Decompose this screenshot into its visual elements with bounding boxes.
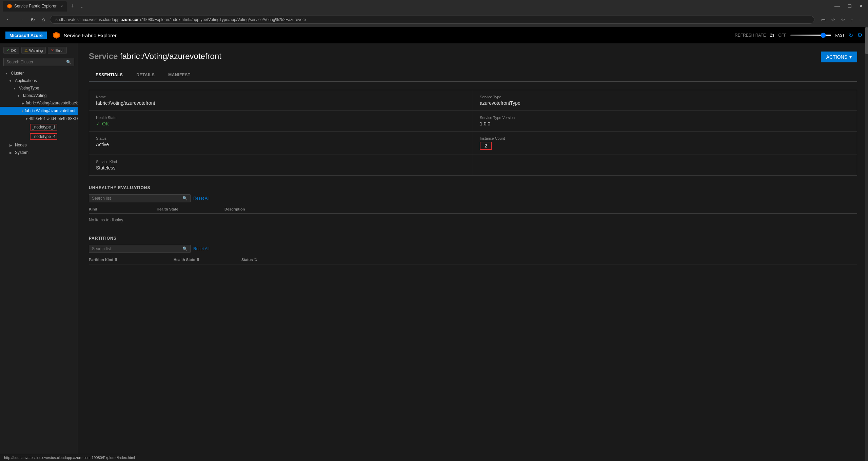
- sidebar-item-nodetype4[interactable]: _nodetype_4: [0, 132, 78, 141]
- filter-error-button[interactable]: ✕ Error: [48, 47, 66, 54]
- unhealthy-evaluations-search: 🔍 Reset All: [89, 194, 857, 202]
- azure-logo[interactable]: Microsoft Azure: [5, 32, 47, 39]
- refresh-rate-value: 2s: [770, 33, 774, 38]
- more-options-button[interactable]: ···: [77, 108, 78, 114]
- browser-tab: Service Fabric Explorer ×: [3, 1, 67, 12]
- name-value: fabric:/Voting/azurevotefront: [96, 100, 466, 106]
- col-partition-kind: Partition Kind ⇅: [89, 258, 174, 262]
- service-kind-value: Stateless: [96, 165, 466, 171]
- reader-view-icon[interactable]: ▭: [820, 16, 827, 24]
- bookmark-icon[interactable]: ☆: [830, 16, 837, 24]
- partition-arrow: ▾: [26, 117, 27, 121]
- health-state-cell: Health State ✓ OK: [89, 111, 473, 132]
- nodes-arrow: ▶: [9, 143, 14, 147]
- back-button[interactable]: ←: [4, 15, 14, 24]
- sidebar-item-applications[interactable]: ▾ Applications: [0, 77, 78, 84]
- unhealthy-search-wrap: 🔍: [89, 194, 191, 202]
- search-icon: 🔍: [66, 60, 71, 64]
- ok-icon: ✓: [6, 48, 9, 53]
- refresh-button[interactable]: ↻: [28, 15, 37, 24]
- address-bar[interactable]: sudhanvatestlinux.westus.cloudapp.azure.…: [50, 16, 815, 24]
- sidebar-item-nodetype1[interactable]: _nodetype_1: [0, 122, 78, 132]
- topbar-right: REFRESH RATE 2s OFF FAST ↻ ⚙: [735, 32, 863, 39]
- health-ok-icon: ✓: [96, 121, 100, 126]
- instance-count-value: 2: [485, 143, 487, 148]
- sidebar-item-votingtype[interactable]: ▾ VotingType: [0, 84, 78, 92]
- health-state-value: ✓ OK: [96, 121, 466, 126]
- filter-warning-button[interactable]: ⚠ Warning: [21, 47, 46, 54]
- refresh-icon[interactable]: ↻: [849, 32, 853, 39]
- service-type-label: Service Type: [480, 95, 850, 99]
- col-partition-extra: [309, 258, 857, 262]
- tab-manifest[interactable]: MANIFEST: [161, 69, 197, 81]
- azureback-arrow: ▶: [22, 101, 24, 105]
- error-icon: ✕: [51, 48, 54, 53]
- partitions-search-wrap: 🔍: [89, 245, 191, 253]
- search-cluster-input[interactable]: [6, 60, 66, 64]
- tab-title: Service Fabric Explorer: [14, 4, 57, 8]
- unhealthy-search-icon: 🔍: [182, 196, 188, 201]
- sidebar-item-fabric-voting[interactable]: ▾ fabric:/Voting: [0, 92, 78, 99]
- settings-icon[interactable]: ⚙: [857, 32, 863, 39]
- unhealthy-reset-all-button[interactable]: Reset All: [193, 196, 209, 201]
- tab-essentials[interactable]: ESSENTIALS: [89, 69, 130, 81]
- azurefront-arrow: ▾: [22, 109, 23, 113]
- sidebar-item-fabric-voting-label: fabric:/Voting: [23, 93, 46, 98]
- tab-details[interactable]: DETAILS: [130, 69, 161, 81]
- refresh-rate-slider[interactable]: [790, 35, 831, 36]
- sidebar-item-votingtype-label: VotingType: [19, 86, 39, 91]
- instance-count-cell: Instance Count 2: [473, 132, 857, 155]
- instance-count-label: Instance Count: [480, 136, 850, 140]
- more-options-icon[interactable]: ···: [857, 16, 864, 24]
- minimize-button[interactable]: —: [832, 3, 843, 9]
- close-tab-icon[interactable]: ×: [61, 4, 63, 8]
- service-type-cell: Service Type azurevotefrontType: [473, 90, 857, 111]
- share-icon[interactable]: ↑: [849, 16, 854, 24]
- sidebar-item-cluster[interactable]: ▾ Cluster: [0, 69, 78, 77]
- browser-nav: ← → ↻ ⌂ sudhanvatestlinux.westus.cloudap…: [0, 12, 868, 27]
- partitions-search: 🔍 Reset All: [89, 245, 857, 253]
- scrollbar-thumb[interactable]: [865, 43, 868, 54]
- filter-ok-button[interactable]: ✓ OK: [3, 47, 19, 54]
- name-cell: Name fabric:/Voting/azurevotefront: [89, 90, 473, 111]
- sidebar-item-system[interactable]: ▶ System: [0, 149, 78, 156]
- maximize-button[interactable]: □: [845, 3, 854, 9]
- sidebar-item-azurefront[interactable]: ▾ fabric:/Voting/azurevotefront ···: [0, 107, 78, 115]
- refresh-rate-label: REFRESH RATE: [735, 33, 766, 38]
- actions-button[interactable]: ACTIONS ▾: [821, 52, 857, 62]
- close-window-button[interactable]: ×: [857, 3, 865, 9]
- scrollbar-track[interactable]: [865, 43, 868, 461]
- favorites-icon[interactable]: ☆: [840, 16, 847, 24]
- unhealthy-evaluations-title: UNHEALTHY EVALUATIONS: [89, 185, 857, 190]
- sidebar-item-system-label: System: [15, 150, 28, 155]
- health-state-label: Health State: [96, 116, 466, 120]
- sidebar-item-partition[interactable]: ▾ 49f9e4e1-a6d4-e54b-888f-05051a31dc55: [0, 115, 78, 122]
- name-label: Name: [96, 95, 466, 99]
- partition-health-sort-icon: ⇅: [196, 258, 199, 262]
- unhealthy-search-input[interactable]: [92, 196, 182, 201]
- unhealthy-evaluations-section: UNHEALTHY EVALUATIONS 🔍 Reset All Kind H…: [89, 185, 857, 226]
- service-type-version-label: Service Type Version: [480, 116, 850, 120]
- status-bar: http://sudhanvatestlinux.westus.cloudapp…: [0, 454, 139, 461]
- status-label: Status: [96, 136, 466, 140]
- cluster-arrow: ▾: [5, 72, 9, 75]
- sidebar-item-azureback[interactable]: ▶ fabric:/Voting/azurevotelback: [0, 99, 78, 107]
- partitions-section: PARTITIONS 🔍 Reset All Partition Kind ⇅ …: [89, 236, 857, 264]
- forward-button[interactable]: →: [16, 15, 26, 24]
- sidebar-item-applications-label: Applications: [15, 78, 37, 83]
- partitions-search-input[interactable]: [92, 246, 182, 251]
- home-button[interactable]: ⌂: [40, 15, 47, 24]
- new-tab-button[interactable]: +: [68, 3, 77, 10]
- tab-list-button[interactable]: ⌄: [79, 4, 85, 9]
- partition-kind-sort-icon: ⇅: [114, 258, 117, 262]
- instance-count-box: 2: [480, 142, 492, 150]
- sidebar-item-azureback-label: fabric:/Voting/azurevotelback: [26, 101, 78, 105]
- sidebar-item-nodes[interactable]: ▶ Nodes: [0, 141, 78, 149]
- partitions-reset-all-button[interactable]: Reset All: [193, 246, 209, 251]
- sidebar-item-nodetype4-label: _nodetype_4: [30, 133, 57, 140]
- address-text: sudhanvatestlinux.westus.cloudapp.azure.…: [56, 17, 809, 22]
- service-type-value: azurevotefrontType: [480, 100, 850, 106]
- partitions-title: PARTITIONS: [89, 236, 857, 241]
- service-kind-label: Service Kind: [96, 160, 466, 164]
- applications-arrow: ▾: [9, 79, 14, 83]
